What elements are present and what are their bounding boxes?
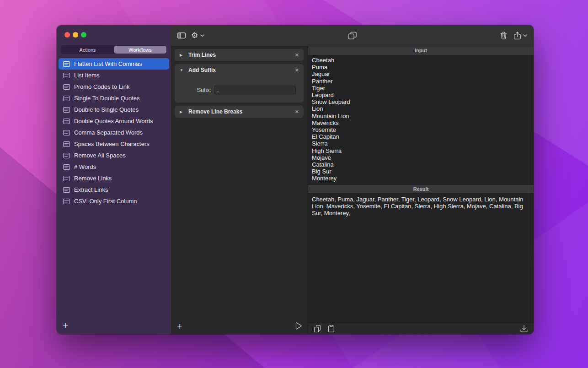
workflow-list-label: Double to Single Quotes: [74, 106, 139, 113]
workflow-list-label: Spaces Between Characters: [74, 141, 150, 147]
workflow-list-icon: [63, 187, 70, 193]
desktop-wallpaper: Actions Workflows Flatten List With Comm…: [0, 0, 588, 368]
action-title: Trim Lines: [188, 52, 291, 58]
suffix-input[interactable]: [214, 86, 296, 94]
sidebar: Actions Workflows Flatten List With Comm…: [57, 25, 171, 334]
workflow-list-label: Single To Double Quotes: [74, 95, 140, 102]
workflow-list-icon: [63, 73, 70, 78]
sidebar-tabs: Actions Workflows: [61, 45, 167, 54]
workflow-list-item[interactable]: List Items: [59, 70, 169, 81]
clipboard-copy-icon[interactable]: [348, 32, 357, 39]
workflow-list-item[interactable]: Flatten List With Commas: [59, 58, 169, 70]
toggle-sidebar-icon[interactable]: [177, 32, 186, 38]
chevron-down-icon: [200, 34, 204, 37]
workflow-list-item[interactable]: Spaces Between Characters: [59, 138, 169, 150]
workflow-list-label: # Words: [74, 163, 96, 170]
workflow-list-item[interactable]: Comma Separated Words: [59, 127, 169, 138]
copy-result-icon[interactable]: [314, 325, 321, 332]
workflow-settings-button[interactable]: ⚙: [191, 32, 204, 39]
workflow-list-icon: [63, 164, 70, 170]
workflow-list-item[interactable]: Promo Codes to Link: [59, 81, 169, 92]
add-workflow-button[interactable]: +: [63, 320, 68, 330]
action-title: Add Suffix: [188, 67, 291, 73]
action-card-remove-line-breaks: ▶ Remove Line Breaks ✕: [175, 106, 304, 118]
zoom-window-button[interactable]: [81, 32, 86, 38]
workflow-list-item[interactable]: Remove All Spaces: [59, 150, 169, 161]
action-title: Remove Line Breaks: [188, 108, 291, 115]
close-window-button[interactable]: [64, 32, 70, 38]
workflow-list-label: Remove Links: [74, 175, 112, 182]
workflow-list-icon: [63, 153, 70, 158]
io-footer: [308, 323, 534, 334]
tab-workflows[interactable]: Workflows: [114, 46, 166, 54]
workflow-list-label: Double Quotes Around Words: [74, 118, 153, 124]
share-button[interactable]: [514, 32, 527, 40]
result-textarea[interactable]: Cheetah, Puma, Jaguar, Panther, Tiger, L…: [308, 194, 534, 323]
workflow-list-label: Comma Separated Words: [74, 129, 143, 136]
tab-actions[interactable]: Actions: [61, 46, 114, 54]
suffix-field-label: Sufix:: [182, 87, 211, 93]
actions-footer: +: [171, 318, 308, 334]
io-column: Input Cheetah Puma Jaguar Panther Tiger …: [308, 46, 534, 334]
trash-icon[interactable]: [500, 32, 507, 39]
workflow-list-item[interactable]: Single To Double Quotes: [59, 92, 169, 104]
workflow-list-label: Remove All Spaces: [74, 152, 126, 159]
close-icon[interactable]: ✕: [295, 67, 299, 73]
workflow-list-icon: [63, 176, 70, 181]
gear-icon: ⚙: [191, 32, 198, 39]
workflow-list-icon: [63, 84, 70, 90]
close-icon[interactable]: ✕: [295, 52, 299, 58]
action-card-add-suffix: ▼ Add Suffix ✕ Sufix:: [175, 64, 304, 103]
workflow-list-icon: [63, 130, 70, 135]
run-workflow-icon[interactable]: [295, 322, 302, 330]
result-header: Result: [308, 184, 534, 194]
disclosure-collapsed-icon[interactable]: ▶: [180, 53, 184, 57]
workflow-list-label: Extract Links: [74, 186, 108, 193]
workflow-list-icon: [63, 96, 70, 101]
workflow-list-item[interactable]: Double to Single Quotes: [59, 104, 169, 115]
workflow-list: Flatten List With CommasList ItemsPromo …: [59, 58, 169, 207]
action-card-body: Sufix:: [175, 76, 304, 103]
input-header: Input: [308, 46, 534, 55]
workflow-list-item[interactable]: CSV: Only First Column: [59, 195, 169, 207]
minimize-window-button[interactable]: [73, 32, 78, 38]
workflow-list-label: Promo Codes to Link: [74, 83, 129, 90]
workflow-list-label: List Items: [74, 72, 100, 79]
disclosure-collapsed-icon[interactable]: ▶: [180, 110, 184, 114]
add-action-button[interactable]: +: [177, 321, 182, 331]
workflow-list-item[interactable]: Remove Links: [59, 173, 169, 184]
action-card-header: ▼ Add Suffix ✕: [175, 64, 304, 76]
action-card-header: ▶ Remove Line Breaks ✕: [175, 106, 304, 118]
workflow-list-label: CSV: Only First Column: [74, 198, 137, 205]
workflow-list-item[interactable]: Extract Links: [59, 184, 169, 195]
action-card-header: ▶ Trim Lines ✕: [175, 49, 304, 61]
sidebar-footer: +: [63, 320, 68, 330]
traffic-lights: [64, 32, 86, 38]
action-card-trim-lines: ▶ Trim Lines ✕: [175, 49, 304, 61]
input-textarea[interactable]: Cheetah Puma Jaguar Panther Tiger Leopar…: [308, 55, 534, 184]
toolbar: ⚙: [171, 25, 534, 46]
paste-icon[interactable]: [328, 325, 334, 332]
actions-column: ▶ Trim Lines ✕ ▼ Add Suffix ✕: [171, 46, 308, 334]
workflow-list-item[interactable]: # Words: [59, 161, 169, 173]
workflow-list-icon: [63, 199, 70, 204]
workflow-list-icon: [63, 119, 70, 124]
workflow-list-label: Flatten List With Commas: [74, 60, 142, 67]
main-panel: ⚙: [171, 25, 534, 334]
workflow-list-icon: [63, 141, 70, 147]
disclosure-expanded-icon[interactable]: ▼: [180, 68, 184, 72]
workflow-list-icon: [63, 61, 70, 67]
share-icon: [514, 32, 521, 40]
chevron-down-icon: [523, 34, 527, 37]
close-icon[interactable]: ✕: [295, 109, 299, 115]
import-download-icon[interactable]: [520, 325, 528, 332]
workflow-list-item[interactable]: Double Quotes Around Words: [59, 115, 169, 127]
content: ▶ Trim Lines ✕ ▼ Add Suffix ✕: [171, 46, 534, 334]
workflow-list-icon: [63, 107, 70, 113]
app-window: Actions Workflows Flatten List With Comm…: [57, 25, 534, 334]
